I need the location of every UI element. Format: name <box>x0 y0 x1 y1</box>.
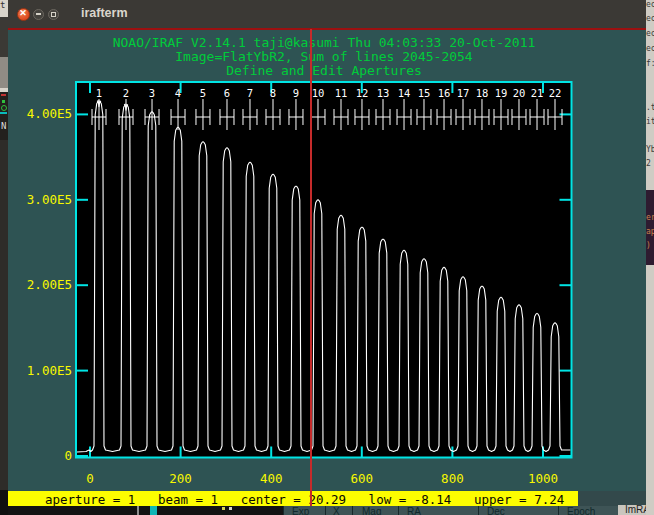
aperture-number: 13 <box>377 87 390 99</box>
aperture-number: 3 <box>149 87 155 99</box>
aperture-number: 12 <box>356 87 369 99</box>
aperture-number: 11 <box>335 87 348 99</box>
aperture-number: 22 <box>549 87 562 99</box>
right-sliver-text-fragment: ec <box>646 15 654 23</box>
aperture-number: 16 <box>438 87 451 99</box>
column-separator <box>325 506 326 515</box>
table-column-header: Epoch <box>567 506 595 515</box>
y-tick-label: 3.00E5 <box>27 192 72 207</box>
right-sliver-text-fragment: 2 <box>646 160 651 168</box>
right-sliver-terminal-fragment: er <box>646 214 654 222</box>
table-column-header: Dec <box>487 506 505 515</box>
background-right-sliver: erap) ececececf:.titYb2 <box>646 0 654 515</box>
graphics-cursor-line[interactable] <box>310 29 312 506</box>
right-sliver-text-fragment: it <box>646 118 654 126</box>
column-separator <box>478 506 479 515</box>
y-tick-label: 1.00E5 <box>27 363 72 378</box>
x-tick-label: 400 <box>260 471 283 486</box>
aperture-number: 15 <box>418 87 431 99</box>
y-tick-label: 0 <box>64 448 72 463</box>
bottom-strip-dot <box>222 507 225 510</box>
aperture-number: 6 <box>224 87 230 99</box>
right-sliver-text-fragment: ec <box>646 1 654 9</box>
status-bar: aperture = 1 beam = 1 center = 20.29 low… <box>8 491 578 506</box>
bottom-background-strip <box>8 506 283 515</box>
aperture-number: 4 <box>175 87 181 99</box>
table-column-header: RA <box>407 506 421 515</box>
x-tick-label: 200 <box>169 471 192 486</box>
table-column-header: X <box>333 506 340 515</box>
y-tick-label: 4.00E5 <box>27 106 72 121</box>
aperture-plot[interactable]: 1234567891011121314151617181920212201.00… <box>0 0 654 515</box>
aperture-number: 10 <box>312 87 325 99</box>
right-sliver-terminal-block: erap) <box>646 190 654 265</box>
bottom-strip-teal-mark <box>150 506 157 515</box>
aperture-number: 17 <box>457 87 470 99</box>
aperture-number: 21 <box>531 87 544 99</box>
aperture-number: 14 <box>398 87 411 99</box>
red-horizontal-line <box>8 28 646 30</box>
right-sliver-text-fragment: Yb <box>646 146 654 154</box>
aperture-number: 20 <box>513 87 526 99</box>
x-tick-label: 600 <box>351 471 374 486</box>
right-sliver-terminal-fragment: ap <box>646 228 654 236</box>
y-tick-label: 2.00E5 <box>27 277 72 292</box>
aperture-number: 1 <box>96 87 102 99</box>
bottom-strip-mark <box>137 506 139 515</box>
aperture-number: 5 <box>200 87 206 99</box>
screen: t N ✕ irafterm NOAO/IRAF V2.14.1 taji@ka… <box>0 0 654 515</box>
column-separator <box>398 506 399 515</box>
aperture-number: 19 <box>495 87 508 99</box>
x-tick-label: 0 <box>86 471 94 486</box>
aperture-number: 2 <box>123 87 129 99</box>
plot-background <box>76 82 572 458</box>
bottom-strip-dot <box>229 507 232 510</box>
x-tick-label: 1000 <box>528 471 558 486</box>
background-table-header-row: ExpXMagRADecEpoch <box>283 506 646 515</box>
aperture-number: 7 <box>247 87 253 99</box>
aperture-number: 18 <box>476 87 489 99</box>
right-sliver-text-fragment: ec <box>646 30 654 38</box>
column-separator <box>283 506 284 515</box>
column-separator <box>352 506 353 515</box>
status-text: aperture = 1 beam = 1 center = 20.29 low… <box>45 492 564 506</box>
table-column-header: Mag <box>362 506 381 515</box>
right-sliver-text-fragment: f: <box>646 60 654 68</box>
status-bar-filler <box>578 491 646 506</box>
right-sliver-text-fragment: ec <box>646 45 654 53</box>
aperture-number: 9 <box>293 87 299 99</box>
column-separator <box>558 506 559 515</box>
x-tick-label: 800 <box>441 471 464 486</box>
aperture-number: 8 <box>270 87 276 99</box>
table-column-header: Exp <box>292 506 309 515</box>
right-sliver-terminal-fragment: ) <box>646 242 651 250</box>
right-sliver-text-fragment: .t <box>646 104 654 112</box>
